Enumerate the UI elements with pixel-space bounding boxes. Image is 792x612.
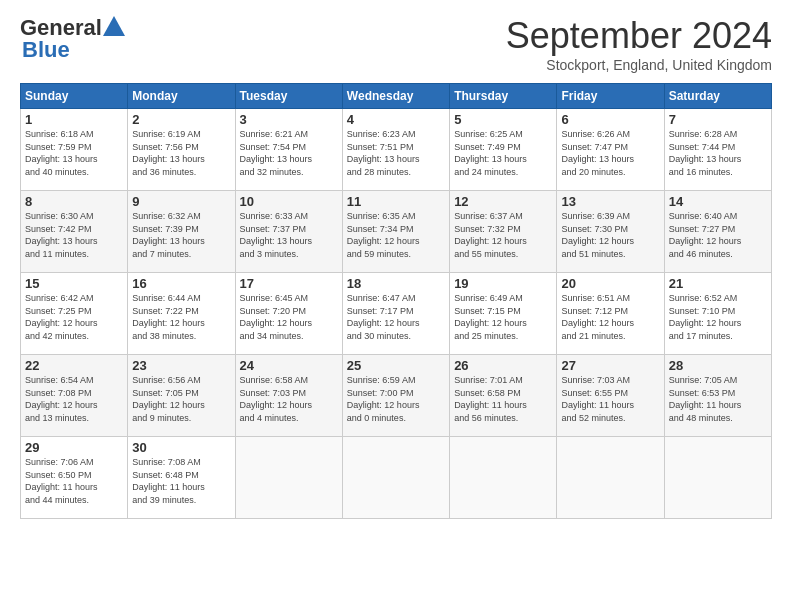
day-number: 3 — [240, 112, 338, 127]
location: Stockport, England, United Kingdom — [506, 57, 772, 73]
weekday-sunday: Sunday — [21, 84, 128, 109]
calendar-cell: 25Sunrise: 6:59 AM Sunset: 7:00 PM Dayli… — [342, 355, 449, 437]
day-number: 5 — [454, 112, 552, 127]
calendar-cell: 8Sunrise: 6:30 AM Sunset: 7:42 PM Daylig… — [21, 191, 128, 273]
day-number: 15 — [25, 276, 123, 291]
weekday-wednesday: Wednesday — [342, 84, 449, 109]
day-number: 29 — [25, 440, 123, 455]
day-info: Sunrise: 6:23 AM Sunset: 7:51 PM Dayligh… — [347, 128, 445, 178]
day-info: Sunrise: 6:21 AM Sunset: 7:54 PM Dayligh… — [240, 128, 338, 178]
calendar-cell: 17Sunrise: 6:45 AM Sunset: 7:20 PM Dayli… — [235, 273, 342, 355]
day-info: Sunrise: 6:49 AM Sunset: 7:15 PM Dayligh… — [454, 292, 552, 342]
header: General Blue September 2024 Stockport, E… — [20, 15, 772, 73]
calendar-cell: 21Sunrise: 6:52 AM Sunset: 7:10 PM Dayli… — [664, 273, 771, 355]
calendar-cell: 24Sunrise: 6:58 AM Sunset: 7:03 PM Dayli… — [235, 355, 342, 437]
day-info: Sunrise: 6:28 AM Sunset: 7:44 PM Dayligh… — [669, 128, 767, 178]
day-info: Sunrise: 7:01 AM Sunset: 6:58 PM Dayligh… — [454, 374, 552, 424]
day-number: 13 — [561, 194, 659, 209]
calendar-cell: 1Sunrise: 6:18 AM Sunset: 7:59 PM Daylig… — [21, 109, 128, 191]
day-number: 18 — [347, 276, 445, 291]
day-info: Sunrise: 6:35 AM Sunset: 7:34 PM Dayligh… — [347, 210, 445, 260]
calendar-cell: 7Sunrise: 6:28 AM Sunset: 7:44 PM Daylig… — [664, 109, 771, 191]
weekday-saturday: Saturday — [664, 84, 771, 109]
svg-marker-0 — [103, 16, 125, 36]
day-number: 9 — [132, 194, 230, 209]
day-number: 12 — [454, 194, 552, 209]
day-info: Sunrise: 6:39 AM Sunset: 7:30 PM Dayligh… — [561, 210, 659, 260]
calendar-cell: 29Sunrise: 7:06 AM Sunset: 6:50 PM Dayli… — [21, 437, 128, 519]
day-info: Sunrise: 6:58 AM Sunset: 7:03 PM Dayligh… — [240, 374, 338, 424]
day-number: 2 — [132, 112, 230, 127]
day-info: Sunrise: 6:42 AM Sunset: 7:25 PM Dayligh… — [25, 292, 123, 342]
calendar-table: SundayMondayTuesdayWednesdayThursdayFrid… — [20, 83, 772, 519]
day-info: Sunrise: 6:33 AM Sunset: 7:37 PM Dayligh… — [240, 210, 338, 260]
calendar-cell: 10Sunrise: 6:33 AM Sunset: 7:37 PM Dayli… — [235, 191, 342, 273]
day-info: Sunrise: 6:54 AM Sunset: 7:08 PM Dayligh… — [25, 374, 123, 424]
day-number: 19 — [454, 276, 552, 291]
day-number: 24 — [240, 358, 338, 373]
logo-icon — [103, 16, 125, 36]
calendar-cell: 15Sunrise: 6:42 AM Sunset: 7:25 PM Dayli… — [21, 273, 128, 355]
week-row-2: 8Sunrise: 6:30 AM Sunset: 7:42 PM Daylig… — [21, 191, 772, 273]
day-info: Sunrise: 7:05 AM Sunset: 6:53 PM Dayligh… — [669, 374, 767, 424]
calendar-cell: 16Sunrise: 6:44 AM Sunset: 7:22 PM Dayli… — [128, 273, 235, 355]
calendar-cell: 5Sunrise: 6:25 AM Sunset: 7:49 PM Daylig… — [450, 109, 557, 191]
day-number: 25 — [347, 358, 445, 373]
day-number: 1 — [25, 112, 123, 127]
day-info: Sunrise: 6:37 AM Sunset: 7:32 PM Dayligh… — [454, 210, 552, 260]
day-info: Sunrise: 6:32 AM Sunset: 7:39 PM Dayligh… — [132, 210, 230, 260]
day-info: Sunrise: 6:47 AM Sunset: 7:17 PM Dayligh… — [347, 292, 445, 342]
calendar-cell: 9Sunrise: 6:32 AM Sunset: 7:39 PM Daylig… — [128, 191, 235, 273]
calendar-cell: 23Sunrise: 6:56 AM Sunset: 7:05 PM Dayli… — [128, 355, 235, 437]
day-info: Sunrise: 6:30 AM Sunset: 7:42 PM Dayligh… — [25, 210, 123, 260]
day-number: 17 — [240, 276, 338, 291]
day-number: 8 — [25, 194, 123, 209]
calendar-cell: 13Sunrise: 6:39 AM Sunset: 7:30 PM Dayli… — [557, 191, 664, 273]
weekday-friday: Friday — [557, 84, 664, 109]
calendar-cell: 22Sunrise: 6:54 AM Sunset: 7:08 PM Dayli… — [21, 355, 128, 437]
day-info: Sunrise: 6:59 AM Sunset: 7:00 PM Dayligh… — [347, 374, 445, 424]
calendar-cell: 4Sunrise: 6:23 AM Sunset: 7:51 PM Daylig… — [342, 109, 449, 191]
calendar-cell: 6Sunrise: 6:26 AM Sunset: 7:47 PM Daylig… — [557, 109, 664, 191]
week-row-5: 29Sunrise: 7:06 AM Sunset: 6:50 PM Dayli… — [21, 437, 772, 519]
calendar-cell: 19Sunrise: 6:49 AM Sunset: 7:15 PM Dayli… — [450, 273, 557, 355]
day-info: Sunrise: 6:45 AM Sunset: 7:20 PM Dayligh… — [240, 292, 338, 342]
month-title: September 2024 — [506, 15, 772, 57]
day-info: Sunrise: 6:56 AM Sunset: 7:05 PM Dayligh… — [132, 374, 230, 424]
title-block: September 2024 Stockport, England, Unite… — [506, 15, 772, 73]
calendar-cell: 3Sunrise: 6:21 AM Sunset: 7:54 PM Daylig… — [235, 109, 342, 191]
week-row-4: 22Sunrise: 6:54 AM Sunset: 7:08 PM Dayli… — [21, 355, 772, 437]
day-number: 7 — [669, 112, 767, 127]
day-info: Sunrise: 6:18 AM Sunset: 7:59 PM Dayligh… — [25, 128, 123, 178]
day-info: Sunrise: 6:51 AM Sunset: 7:12 PM Dayligh… — [561, 292, 659, 342]
calendar-cell: 12Sunrise: 6:37 AM Sunset: 7:32 PM Dayli… — [450, 191, 557, 273]
day-number: 10 — [240, 194, 338, 209]
weekday-tuesday: Tuesday — [235, 84, 342, 109]
weekday-header-row: SundayMondayTuesdayWednesdayThursdayFrid… — [21, 84, 772, 109]
calendar-cell: 26Sunrise: 7:01 AM Sunset: 6:58 PM Dayli… — [450, 355, 557, 437]
week-row-3: 15Sunrise: 6:42 AM Sunset: 7:25 PM Dayli… — [21, 273, 772, 355]
day-info: Sunrise: 6:40 AM Sunset: 7:27 PM Dayligh… — [669, 210, 767, 260]
day-number: 26 — [454, 358, 552, 373]
day-number: 16 — [132, 276, 230, 291]
calendar-cell — [557, 437, 664, 519]
weekday-thursday: Thursday — [450, 84, 557, 109]
calendar-cell: 27Sunrise: 7:03 AM Sunset: 6:55 PM Dayli… — [557, 355, 664, 437]
day-number: 23 — [132, 358, 230, 373]
page: General Blue September 2024 Stockport, E… — [0, 0, 792, 612]
calendar-cell: 18Sunrise: 6:47 AM Sunset: 7:17 PM Dayli… — [342, 273, 449, 355]
logo-blue: Blue — [22, 37, 70, 62]
calendar-cell — [664, 437, 771, 519]
day-number: 20 — [561, 276, 659, 291]
calendar-cell — [342, 437, 449, 519]
day-info: Sunrise: 7:08 AM Sunset: 6:48 PM Dayligh… — [132, 456, 230, 506]
calendar-cell: 11Sunrise: 6:35 AM Sunset: 7:34 PM Dayli… — [342, 191, 449, 273]
calendar-cell: 28Sunrise: 7:05 AM Sunset: 6:53 PM Dayli… — [664, 355, 771, 437]
calendar-cell — [450, 437, 557, 519]
day-number: 11 — [347, 194, 445, 209]
calendar-cell: 2Sunrise: 6:19 AM Sunset: 7:56 PM Daylig… — [128, 109, 235, 191]
calendar-cell: 20Sunrise: 6:51 AM Sunset: 7:12 PM Dayli… — [557, 273, 664, 355]
weekday-monday: Monday — [128, 84, 235, 109]
logo-blue-line: Blue — [22, 37, 125, 63]
day-info: Sunrise: 6:26 AM Sunset: 7:47 PM Dayligh… — [561, 128, 659, 178]
